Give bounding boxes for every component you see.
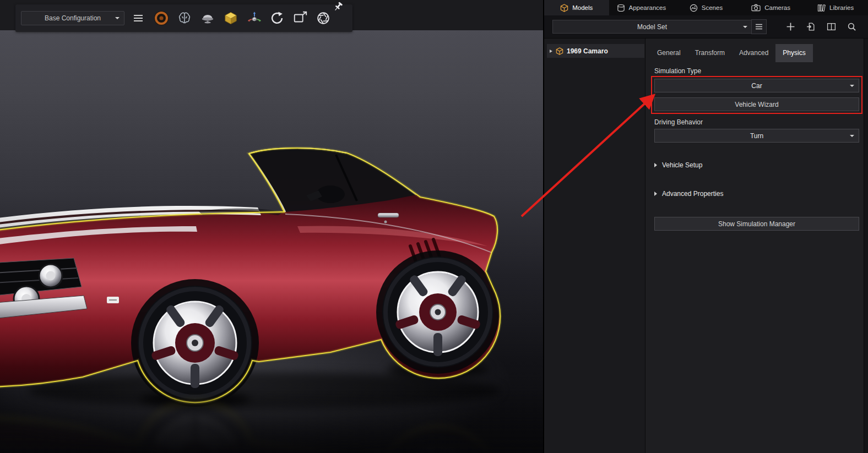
libraries-icon	[817, 4, 826, 12]
turntable-target-icon	[153, 10, 170, 26]
section-advanced-properties[interactable]: Advanced Properties	[654, 185, 859, 202]
move-tool-button[interactable]	[245, 8, 263, 29]
tab-transform[interactable]: Transform	[688, 44, 732, 62]
panel-tab-bar: Models Appearances Scenes	[544, 0, 868, 15]
split-layout-icon	[827, 22, 836, 31]
properties-tab-bar: General Transform Advanced Physics	[645, 44, 868, 62]
pin-icon	[333, 1, 344, 12]
turntable-target-button[interactable]	[152, 8, 171, 29]
driving-behavior-value: Turn	[750, 132, 763, 140]
tab-appearances[interactable]: Appearances	[609, 0, 674, 15]
section-advanced-properties-label: Advanced Properties	[662, 190, 723, 198]
expander-icon[interactable]	[550, 50, 552, 53]
right-panel: Models Appearances Scenes	[543, 0, 868, 453]
chevron-down-icon	[850, 135, 854, 137]
chevron-down-icon	[115, 17, 120, 19]
render-toolbar: Base Configuration	[15, 4, 352, 32]
section-vehicle-setup[interactable]: Vehicle Setup	[654, 157, 859, 173]
viewport-canvas[interactable]	[0, 30, 543, 453]
show-simulation-manager-button[interactable]: Show Simulation Manager	[654, 217, 859, 231]
tree-item-label: 1969 Camaro	[567, 47, 608, 55]
plus-icon	[786, 22, 795, 31]
move-axes-icon	[246, 10, 262, 26]
tab-general[interactable]: General	[650, 44, 688, 62]
chevron-down-icon	[850, 85, 854, 87]
ai-render-button[interactable]	[175, 8, 194, 29]
add-model-button[interactable]	[785, 21, 796, 32]
model-set-dropdown-value: Model Set	[637, 23, 667, 31]
scenes-icon	[690, 4, 698, 12]
turntable-icon	[200, 10, 215, 26]
rotate-tool-button[interactable]	[268, 8, 286, 29]
rotate-icon	[269, 10, 285, 26]
scrollbar-track[interactable]	[864, 39, 868, 453]
model-cube-icon	[556, 47, 563, 55]
annotation-highlight-box: Car Vehicle Wizard	[651, 76, 862, 114]
model-cube-icon	[223, 10, 238, 26]
simulation-type-dropdown[interactable]: Car	[654, 79, 859, 92]
aperture-icon	[316, 10, 331, 26]
pin-toolbar-button[interactable]	[333, 1, 344, 14]
turntable-button[interactable]	[198, 8, 217, 29]
import-page-icon	[806, 22, 816, 31]
cameras-icon	[751, 4, 761, 12]
model-tree: 1969 Camaro	[544, 39, 645, 453]
expander-icon	[654, 192, 657, 196]
tab-cameras-label: Cameras	[764, 4, 790, 11]
toolbar-menu-button[interactable]	[129, 8, 148, 29]
models-cube-icon	[560, 4, 568, 12]
vehicle-wizard-button[interactable]: Vehicle Wizard	[654, 97, 859, 111]
configuration-dropdown[interactable]: Base Configuration	[21, 11, 124, 25]
tab-appearances-label: Appearances	[629, 4, 666, 11]
snapshot-icon	[292, 10, 308, 26]
camera-aperture-button[interactable]	[314, 8, 333, 29]
model-button[interactable]	[221, 8, 240, 29]
tab-physics[interactable]: Physics	[775, 44, 812, 62]
tab-models[interactable]: Models	[544, 0, 609, 15]
driving-behavior-dropdown[interactable]: Turn	[654, 129, 859, 143]
search-icon	[847, 22, 856, 31]
viewport[interactable]: Base Configuration	[0, 0, 543, 453]
tree-item-1969-camaro[interactable]: 1969 Camaro	[547, 44, 644, 58]
search-button[interactable]	[846, 21, 857, 32]
model-set-menu-button[interactable]	[751, 19, 767, 34]
appearances-icon	[617, 4, 625, 12]
simulation-type-label: Simulation Type	[654, 67, 859, 75]
tab-models-label: Models	[572, 4, 593, 11]
chevron-down-icon	[743, 26, 747, 28]
car-render	[0, 30, 543, 453]
menu-icon	[133, 14, 143, 22]
split-view-button[interactable]	[826, 21, 837, 32]
import-button[interactable]	[805, 21, 816, 32]
expander-icon	[654, 163, 657, 167]
tab-cameras[interactable]: Cameras	[739, 0, 804, 15]
ai-brain-icon	[177, 10, 192, 26]
configuration-dropdown-value: Base Configuration	[45, 14, 101, 22]
section-vehicle-setup-label: Vehicle Setup	[662, 161, 702, 169]
application-window: Base Configuration	[0, 0, 868, 453]
tab-scenes[interactable]: Scenes	[674, 0, 739, 15]
tab-scenes-label: Scenes	[702, 4, 723, 11]
model-set-dropdown[interactable]: Model Set	[552, 20, 752, 34]
simulation-type-value: Car	[751, 82, 762, 90]
menu-icon	[755, 24, 763, 30]
driving-behavior-label: Driving Behavior	[654, 118, 859, 126]
snapshot-button[interactable]	[291, 8, 310, 29]
tab-advanced[interactable]: Advanced	[732, 44, 775, 62]
properties-panel: General Transform Advanced Physics Simul…	[645, 39, 868, 453]
model-set-bar: Model Set	[544, 15, 868, 39]
tab-libraries-label: Libraries	[829, 4, 854, 11]
tab-libraries[interactable]: Libraries	[803, 0, 868, 15]
